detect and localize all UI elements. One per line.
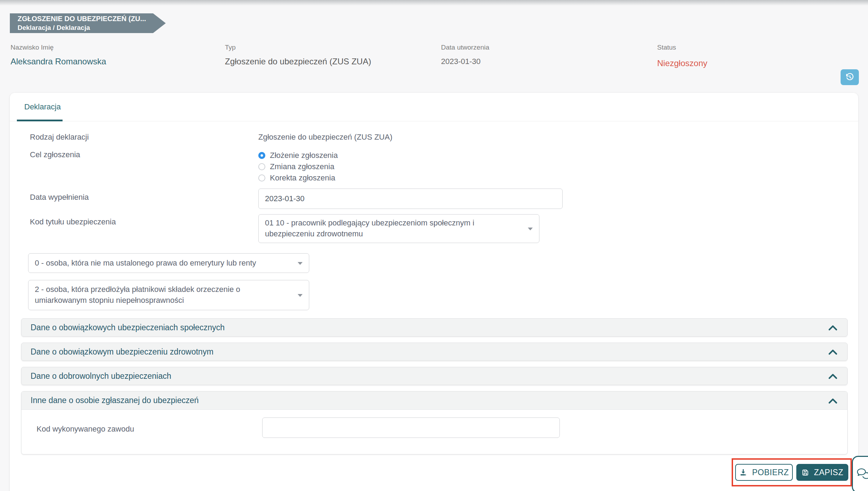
select-value: 2 - osoba, która przedłożyła płatnikowi … bbox=[35, 284, 292, 306]
header-label: Nazwisko Imię bbox=[11, 44, 106, 51]
accordion-inne-dane-body: Kod wykonywanego zawodu bbox=[21, 410, 847, 454]
chevron-up-icon bbox=[828, 397, 838, 404]
status-badge: Niezgłoszony bbox=[657, 58, 707, 68]
accordion-ubezpieczenia-spoleczne[interactable]: Dane o obowiązkowych ubezpieczeniach spo… bbox=[21, 318, 848, 337]
radio-unselected-icon[interactable] bbox=[258, 174, 265, 181]
chevron-up-icon bbox=[828, 324, 838, 331]
cel-zgloszenia-label: Cel zgłoszenia bbox=[30, 150, 80, 159]
header-field-nazwisko: Nazwisko Imię Aleksandra Romanowska bbox=[11, 44, 106, 66]
radio-zmiana-zgloszenia[interactable]: Zmiana zgłoszenia bbox=[258, 162, 334, 171]
stopien-niepelnosprawnosci-select[interactable]: 2 - osoba, która przedłożyła płatnikowi … bbox=[28, 280, 309, 310]
header-label: Typ bbox=[225, 44, 371, 51]
chat-bubbles-icon bbox=[856, 467, 868, 482]
save-icon bbox=[801, 468, 809, 477]
person-name-link[interactable]: Aleksandra Romanowska bbox=[11, 57, 106, 66]
download-icon bbox=[739, 468, 747, 477]
accordion-ubezpieczenie-zdrowotne[interactable]: Dane o obowiązkowym ubezpieczeniu zdrowo… bbox=[21, 343, 848, 361]
active-tab-underline bbox=[17, 120, 63, 121]
chat-widget[interactable] bbox=[852, 456, 868, 491]
radio-zlozenie-zgloszenia[interactable]: Złożenie zgłoszenia bbox=[258, 151, 338, 160]
button-label: ZAPISZ bbox=[814, 468, 843, 477]
tab-deklaracja[interactable]: Deklaracja bbox=[24, 102, 61, 111]
kod-zawodu-input[interactable] bbox=[262, 417, 560, 438]
accordion-dobrowolne-ubezpieczenia[interactable]: Dane o dobrowolnych ubezpieczeniach bbox=[21, 367, 848, 385]
kod-tytulu-select[interactable]: 01 10 - pracownik podlegający ubezpiecze… bbox=[258, 214, 539, 243]
pobierz-button[interactable]: POBIERZ bbox=[735, 464, 793, 481]
select-value: 01 10 - pracownik podlegający ubezpiecze… bbox=[265, 218, 522, 240]
data-wypelnienia-input[interactable] bbox=[258, 189, 563, 209]
history-button[interactable] bbox=[841, 69, 859, 85]
select-value: 0 - osoba, która nie ma ustalonego prawa… bbox=[35, 258, 256, 269]
header-field-data-utworzenia: Data utworzenia 2023-01-30 bbox=[441, 44, 489, 66]
tab-bar: Deklaracja bbox=[10, 93, 858, 121]
radio-label: Korekta zgłoszenia bbox=[270, 173, 335, 183]
breadcrumb-path: Deklaracja / Deklaracja bbox=[18, 24, 146, 32]
declaration-card: Deklaracja Rodzaj deklaracji Zgłoszenie … bbox=[10, 93, 858, 491]
header-label: Status bbox=[657, 44, 707, 51]
radio-label: Złożenie zgłoszenia bbox=[270, 151, 338, 160]
accordion-inne-dane-section: Inne dane o osobie zgłaszanej do ubezpie… bbox=[21, 391, 848, 454]
kod-zawodu-label: Kod wykonywanego zawodu bbox=[37, 425, 134, 434]
breadcrumb-title: ZGŁOSZENIE DO UBEZPIECZEŃ (ZU... bbox=[18, 15, 146, 23]
accordion-title: Dane o obowiązkowych ubezpieczeniach spo… bbox=[31, 323, 225, 332]
accordion-title: Inne dane o osobie zgłaszanej do ubezpie… bbox=[31, 396, 199, 405]
chevron-up-icon bbox=[828, 348, 838, 356]
prawo-do-emerytury-select[interactable]: 0 - osoba, która nie ma ustalonego prawa… bbox=[28, 253, 309, 273]
rodzaj-deklaracji-label: Rodzaj deklaracji bbox=[30, 133, 89, 142]
accordion-inne-dane[interactable]: Inne dane o osobie zgłaszanej do ubezpie… bbox=[21, 391, 847, 410]
chevron-up-icon bbox=[828, 372, 838, 380]
radio-label: Zmiana zgłoszenia bbox=[270, 162, 334, 171]
top-shadow bbox=[0, 0, 868, 6]
button-label: POBIERZ bbox=[752, 468, 789, 477]
zapisz-button[interactable]: ZAPISZ bbox=[796, 464, 848, 481]
header-value: Zgłoszenie do ubezpieczeń (ZUS ZUA) bbox=[225, 57, 371, 66]
header-field-status: Status Niezgłoszony bbox=[657, 44, 707, 68]
accordion-title: Dane o obowiązkowym ubezpieczeniu zdrowo… bbox=[31, 347, 213, 357]
radio-korekta-zgloszenia[interactable]: Korekta zgłoszenia bbox=[258, 173, 335, 183]
header-field-typ: Typ Zgłoszenie do ubezpieczeń (ZUS ZUA) bbox=[225, 44, 371, 66]
data-wypelnienia-label: Data wypełnienia bbox=[30, 193, 89, 202]
header-label: Data utworzenia bbox=[441, 44, 489, 51]
breadcrumb: ZGŁOSZENIE DO UBEZPIECZEŃ (ZU... Deklara… bbox=[10, 13, 166, 33]
kod-tytulu-label: Kod tytułu ubezpieczenia bbox=[30, 217, 116, 227]
highlight-rectangle: POBIERZ ZAPISZ bbox=[732, 458, 852, 486]
radio-unselected-icon[interactable] bbox=[258, 163, 265, 170]
rodzaj-deklaracji-value: Zgłoszenie do ubezpieczeń (ZUS ZUA) bbox=[258, 133, 393, 142]
radio-selected-icon[interactable] bbox=[258, 152, 265, 159]
history-icon bbox=[845, 72, 855, 82]
header-value: 2023-01-30 bbox=[441, 57, 489, 66]
accordion-title: Dane o dobrowolnych ubezpieczeniach bbox=[31, 371, 171, 381]
